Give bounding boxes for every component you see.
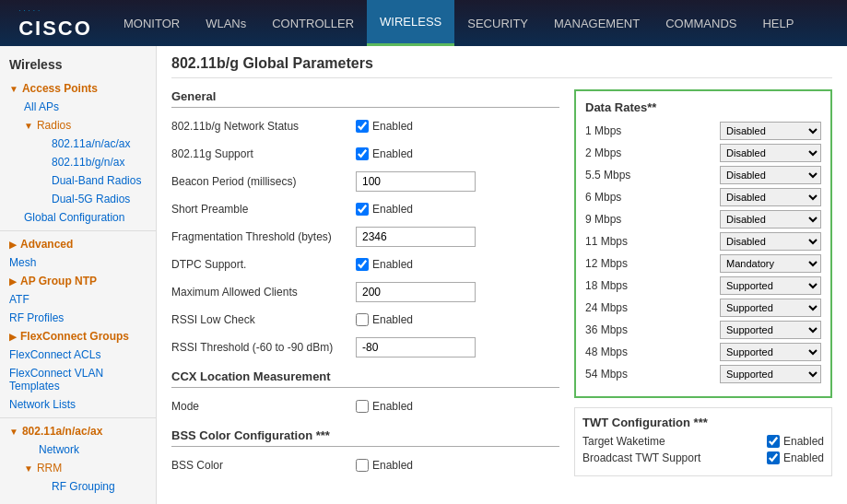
sidebar-item-flexconnect-acls[interactable]: FlexConnect ACLs bbox=[0, 346, 156, 364]
nav-wireless[interactable]: WIRELESS bbox=[367, 0, 454, 46]
sidebar-divider-2 bbox=[0, 417, 156, 418]
nav-wlans[interactable]: WLANs bbox=[193, 0, 259, 46]
80211a-sub: Network ▼ RRM RF Grouping bbox=[0, 440, 156, 496]
control-80211g-support: Enabled bbox=[356, 147, 413, 160]
rate-label-36mbps: 36 Mbps bbox=[585, 323, 720, 336]
rate-row-36mbps: 36 Mbps DisabledSupportedMandatory bbox=[585, 321, 821, 339]
sidebar-item-dual-5g[interactable]: Dual-5G Radios bbox=[46, 190, 156, 208]
input-fragmentation[interactable] bbox=[356, 227, 476, 247]
form-row-short-preamble: Short Preamble Enabled bbox=[171, 198, 559, 220]
rate-row-9mbps: 9 Mbps DisabledSupportedMandatory bbox=[585, 210, 821, 229]
rate-row-11mbps: 11 Mbps DisabledSupportedMandatory bbox=[585, 232, 821, 251]
label-broadcast-twt-text: Enabled bbox=[783, 451, 824, 464]
advanced-arrow-icon: ▶ bbox=[9, 240, 17, 250]
nav-controller[interactable]: CONTROLLER bbox=[259, 0, 367, 46]
sidebar-item-flexconnect-groups[interactable]: ▶ FlexConnect Groups bbox=[0, 327, 156, 346]
rate-select-5.5mbps[interactable]: DisabledSupportedMandatory bbox=[720, 166, 821, 184]
rate-select-24mbps[interactable]: DisabledSupportedMandatory bbox=[720, 299, 821, 317]
label-80211g-support-text: Enabled bbox=[372, 147, 413, 160]
sidebar-item-access-points[interactable]: ▼ Access Points bbox=[0, 79, 156, 98]
checkbox-rssi-low[interactable] bbox=[356, 313, 369, 326]
sidebar-item-network-lists[interactable]: Network Lists bbox=[0, 395, 156, 414]
checkbox-broadcast-twt[interactable] bbox=[767, 451, 780, 464]
sidebar-item-dual-band[interactable]: Dual-Band Radios bbox=[46, 171, 156, 190]
rate-row-54mbps: 54 Mbps DisabledSupportedMandatory bbox=[585, 365, 821, 383]
sidebar-item-rf-grouping[interactable]: RF Grouping bbox=[37, 477, 156, 496]
sidebar-item-flexconnect-vlan[interactable]: FlexConnect VLAN Templates bbox=[0, 364, 156, 395]
sidebar-section-access-points: ▼ Access Points All APs ▼ Radios 802.11a… bbox=[0, 79, 156, 227]
control-ccx-mode: Enabled bbox=[356, 400, 413, 413]
nav-help[interactable]: HELP bbox=[749, 0, 806, 46]
label-rssi-threshold: RSSI Threshold (-60 to -90 dBm) bbox=[171, 341, 356, 354]
page-title: 802.11b/g Global Parameters bbox=[171, 55, 832, 78]
sidebar-item-mesh[interactable]: Mesh bbox=[0, 253, 156, 272]
rate-row-48mbps: 48 Mbps DisabledSupportedMandatory bbox=[585, 343, 821, 361]
main-nav: MONITOR WLANs CONTROLLER WIRELESS SECURI… bbox=[111, 0, 806, 46]
form-row-beacon-period: Beacon Period (millisecs) bbox=[171, 170, 559, 193]
cisco-logo: ····· CISCO bbox=[0, 6, 111, 41]
checkbox-short-preamble[interactable] bbox=[356, 203, 369, 216]
checkbox-target-waketime[interactable] bbox=[767, 435, 780, 448]
nav-security[interactable]: SECURITY bbox=[454, 0, 541, 46]
rate-row-6mbps: 6 Mbps DisabledSupportedMandatory bbox=[585, 188, 821, 206]
label-max-clients: Maximum Allowed Clients bbox=[171, 286, 356, 299]
checkbox-dtpc[interactable] bbox=[356, 258, 369, 271]
ccx-section-gap: CCX Location Measurement Mode Enabled bbox=[171, 369, 559, 417]
sidebar-item-80211b[interactable]: 802.11b/g/n/ax bbox=[46, 153, 156, 171]
control-network-status: Enabled bbox=[356, 120, 413, 133]
rate-select-11mbps[interactable]: DisabledSupportedMandatory bbox=[720, 232, 821, 251]
rate-select-6mbps[interactable]: DisabledSupportedMandatory bbox=[720, 188, 821, 206]
input-rssi-threshold[interactable] bbox=[356, 337, 476, 357]
control-short-preamble: Enabled bbox=[356, 203, 413, 216]
rate-select-36mbps[interactable]: DisabledSupportedMandatory bbox=[720, 321, 821, 339]
rrm-arrow-icon: ▼ bbox=[24, 463, 33, 474]
control-beacon-period bbox=[356, 171, 476, 192]
main-content: 802.11b/g Global Parameters General 802.… bbox=[157, 46, 847, 504]
input-beacon-period[interactable] bbox=[356, 171, 476, 192]
sidebar-item-global-config[interactable]: Global Configuration bbox=[18, 208, 156, 227]
control-rssi-threshold bbox=[356, 337, 476, 357]
sidebar-item-radios[interactable]: ▼ Radios bbox=[18, 116, 156, 135]
sidebar-item-80211a[interactable]: 802.11a/n/ac/ax bbox=[46, 135, 156, 153]
sidebar-item-ap-group-ntp[interactable]: ▶ AP Group NTP bbox=[0, 272, 156, 290]
checkbox-network-status[interactable] bbox=[356, 120, 369, 133]
nav-commands[interactable]: COMMANDS bbox=[653, 0, 749, 46]
control-dtpc: Enabled bbox=[356, 258, 413, 271]
input-max-clients[interactable] bbox=[356, 282, 476, 302]
rate-select-1mbps[interactable]: DisabledSupportedMandatory bbox=[720, 122, 821, 140]
general-section-header: General bbox=[171, 89, 559, 108]
label-dtpc-text: Enabled bbox=[372, 258, 413, 271]
sidebar-item-atf[interactable]: ATF bbox=[0, 290, 156, 309]
rate-label-48mbps: 48 Mbps bbox=[585, 346, 720, 358]
checkbox-ccx-mode[interactable] bbox=[356, 400, 369, 413]
sidebar-item-advanced[interactable]: ▶ Advanced bbox=[0, 235, 156, 253]
control-bss-color: Enabled bbox=[356, 459, 413, 472]
rate-select-18mbps[interactable]: DisabledSupportedMandatory bbox=[720, 276, 821, 295]
sidebar-item-80211a-section[interactable]: ▼ 802.11a/n/ac/ax bbox=[0, 422, 156, 440]
rate-select-9mbps[interactable]: DisabledSupportedMandatory bbox=[720, 210, 821, 229]
label-short-preamble-text: Enabled bbox=[372, 203, 413, 216]
sidebar-item-all-aps[interactable]: All APs bbox=[18, 98, 156, 116]
sidebar: Wireless ▼ Access Points All APs ▼ Radio… bbox=[0, 46, 157, 504]
rate-select-2mbps[interactable]: DisabledSupportedMandatory bbox=[720, 144, 821, 162]
label-dtpc: DTPC Support. bbox=[171, 258, 356, 271]
rate-label-18mbps: 18 Mbps bbox=[585, 279, 720, 292]
rate-label-2mbps: 2 Mbps bbox=[585, 147, 720, 159]
ccx-section-header: CCX Location Measurement bbox=[171, 369, 559, 388]
rate-select-48mbps[interactable]: DisabledSupportedMandatory bbox=[720, 343, 821, 361]
checkbox-80211g-support[interactable] bbox=[356, 147, 369, 160]
sidebar-item-rf-profiles[interactable]: RF Profiles bbox=[0, 309, 156, 327]
sidebar-item-rrm[interactable]: ▼ RRM bbox=[24, 459, 156, 477]
nav-management[interactable]: MANAGEMENT bbox=[541, 0, 653, 46]
control-fragmentation bbox=[356, 227, 476, 247]
rrm-sub: RF Grouping bbox=[24, 477, 156, 496]
control-rssi-low: Enabled bbox=[356, 313, 413, 326]
rate-select-12mbps[interactable]: DisabledSupportedMandatory bbox=[720, 254, 821, 273]
sidebar-item-network[interactable]: Network bbox=[24, 440, 156, 459]
rate-select-54mbps[interactable]: DisabledSupportedMandatory bbox=[720, 365, 821, 383]
data-rates-box: Data Rates** 1 Mbps DisabledSupportedMan… bbox=[574, 89, 832, 398]
checkbox-bss-color[interactable] bbox=[356, 459, 369, 472]
nav-monitor[interactable]: MONITOR bbox=[111, 0, 193, 46]
ap-group-ntp-arrow-icon: ▶ bbox=[9, 276, 17, 287]
form-row-network-status: 802.11b/g Network Status Enabled bbox=[171, 115, 559, 137]
